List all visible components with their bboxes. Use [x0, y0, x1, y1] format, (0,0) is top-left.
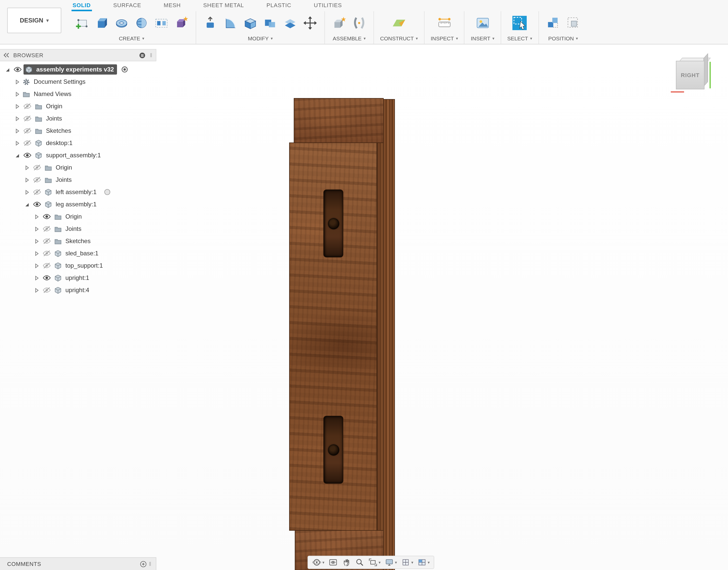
move-copy-icon[interactable]: [302, 15, 318, 31]
toolbar-group-label[interactable]: POSITION▾: [548, 34, 578, 43]
expand-arrow-icon[interactable]: [32, 275, 40, 281]
create-sketch-icon[interactable]: [73, 15, 90, 31]
pan-icon[interactable]: [342, 558, 351, 567]
expand-arrow-icon[interactable]: [32, 287, 40, 293]
visibility-off-icon[interactable]: [31, 164, 43, 171]
visibility-off-icon[interactable]: [31, 189, 43, 196]
expand-arrow-icon[interactable]: [32, 251, 40, 256]
model-top-board[interactable]: [294, 98, 384, 143]
browser-item-sketches[interactable]: Sketches: [0, 124, 156, 137]
expand-arrow-icon[interactable]: [13, 116, 21, 121]
browser-item-chip[interactable]: top_support:1: [53, 261, 106, 271]
expand-arrow-icon[interactable]: [13, 140, 21, 146]
expand-arrow-icon[interactable]: [13, 103, 21, 109]
pattern-icon[interactable]: [153, 15, 170, 31]
expand-arrow-icon[interactable]: [32, 263, 40, 268]
browser-item-chip[interactable]: Joints: [53, 224, 84, 234]
expand-comments-icon[interactable]: [140, 561, 147, 567]
visibility-on-icon[interactable]: [40, 213, 53, 220]
browser-item-assembly-experiments-v32[interactable]: assembly experiments v32: [0, 63, 156, 76]
browser-item-chip[interactable]: Sketches: [53, 236, 94, 246]
panel-drag-handle[interactable]: ‖: [150, 52, 153, 58]
chevron-down-icon[interactable]: ▾: [428, 560, 430, 565]
browser-item-origin[interactable]: Origin: [0, 211, 156, 223]
insert-canvas-icon[interactable]: [474, 15, 491, 31]
collapse-arrow-icon[interactable]: [13, 153, 21, 158]
expand-arrow-icon[interactable]: [13, 79, 21, 84]
toolbar-group-label[interactable]: INSPECT▾: [431, 34, 458, 43]
fit-icon[interactable]: ▾: [369, 558, 381, 567]
visibility-off-icon[interactable]: [40, 287, 53, 294]
activate-component-radio-active[interactable]: [121, 66, 128, 73]
browser-item-chip[interactable]: Origin: [53, 212, 85, 222]
browser-options-icon[interactable]: [139, 52, 146, 58]
browser-item-chip[interactable]: Joints: [43, 175, 75, 185]
browser-item-sled-base-1[interactable]: sled_base:1: [0, 247, 156, 259]
visibility-off-icon[interactable]: [40, 238, 53, 245]
revert-position-icon[interactable]: [565, 15, 581, 31]
browser-item-origin[interactable]: Origin: [0, 100, 156, 112]
chevron-down-icon[interactable]: ▾: [379, 560, 381, 565]
visibility-on-icon[interactable]: [21, 152, 33, 159]
model-mid-strip[interactable]: [377, 142, 384, 531]
browser-item-chip[interactable]: Sketches: [33, 125, 74, 136]
browser-item-chip[interactable]: upright:4: [53, 285, 92, 295]
browser-item-sketches[interactable]: Sketches: [0, 235, 156, 247]
model-mortise-slot-upper[interactable]: [323, 190, 343, 257]
tab-utilities[interactable]: UTILITIES: [313, 0, 343, 11]
browser-item-named-views[interactable]: Named Views: [0, 88, 156, 100]
browser-item-upright-1[interactable]: upright:1: [0, 272, 156, 284]
browser-item-chip[interactable]: Document Settings: [21, 77, 89, 87]
browser-item-document-settings[interactable]: Document Settings: [0, 76, 156, 88]
expand-arrow-icon[interactable]: [22, 177, 31, 183]
visibility-off-icon[interactable]: [31, 176, 43, 183]
browser-item-joints[interactable]: Joints: [0, 223, 156, 235]
visibility-off-icon[interactable]: [21, 127, 33, 134]
extrude-icon[interactable]: [93, 15, 110, 31]
revolve-icon[interactable]: [113, 15, 130, 31]
browser-item-chip[interactable]: support_assembly:1: [33, 150, 104, 161]
model-bolt-hole-lower[interactable]: [328, 444, 339, 455]
zoom-icon[interactable]: [355, 558, 364, 567]
browser-item-chip[interactable]: assembly experiments v32: [23, 64, 117, 74]
create-form-icon[interactable]: [173, 15, 190, 31]
design-menu-button[interactable]: DESIGN ▾: [7, 8, 61, 33]
expand-arrow-icon[interactable]: [13, 91, 21, 97]
model-side-laminations[interactable]: [383, 99, 395, 570]
chevron-down-icon[interactable]: ▾: [395, 560, 397, 565]
visibility-off-icon[interactable]: [21, 103, 33, 110]
visibility-off-icon[interactable]: [40, 250, 53, 257]
collapse-arrow-icon[interactable]: [22, 202, 31, 207]
collapse-panel-icon[interactable]: [3, 53, 9, 58]
tab-mesh[interactable]: MESH: [163, 0, 182, 11]
expand-arrow-icon[interactable]: [22, 189, 31, 195]
toolbar-group-label[interactable]: CONSTRUCT▾: [380, 34, 418, 43]
toolbar-group-label[interactable]: SELECT▾: [507, 34, 532, 43]
display-settings-icon[interactable]: ▾: [385, 558, 397, 567]
combine-icon[interactable]: [262, 15, 278, 31]
comments-bar[interactable]: COMMENTS ‖: [0, 557, 156, 570]
browser-item-top-support-1[interactable]: top_support:1: [0, 259, 156, 272]
browser-item-joints[interactable]: Joints: [0, 174, 156, 186]
expand-arrow-icon[interactable]: [32, 226, 40, 232]
browser-item-joints[interactable]: Joints: [0, 112, 156, 124]
expand-arrow-icon[interactable]: [13, 128, 21, 133]
browser-item-left-assembly-1[interactable]: left assembly:1: [0, 186, 156, 198]
offset-face-icon[interactable]: [282, 15, 298, 31]
browser-item-chip[interactable]: upright:1: [53, 273, 92, 283]
look-at-icon[interactable]: [328, 558, 338, 567]
model-bolt-hole-upper[interactable]: [328, 218, 339, 229]
toolbar-group-label[interactable]: INSERT▾: [471, 34, 495, 43]
fillet-icon[interactable]: [222, 15, 239, 31]
browser-item-chip[interactable]: left assembly:1: [43, 187, 99, 197]
tab-sheet-metal[interactable]: SHEET METAL: [202, 0, 245, 11]
construct-plane-icon[interactable]: [391, 15, 407, 31]
new-component-icon[interactable]: [331, 15, 347, 31]
tab-surface[interactable]: SURFACE: [112, 0, 142, 11]
tab-plastic[interactable]: PLASTIC: [265, 0, 292, 11]
visibility-off-icon[interactable]: [40, 225, 53, 232]
view-cube[interactable]: RIGHT: [671, 54, 717, 94]
sweep-icon[interactable]: [133, 15, 150, 31]
orbit-icon[interactable]: ▾: [312, 558, 324, 567]
tab-solid[interactable]: SOLID: [71, 0, 92, 11]
